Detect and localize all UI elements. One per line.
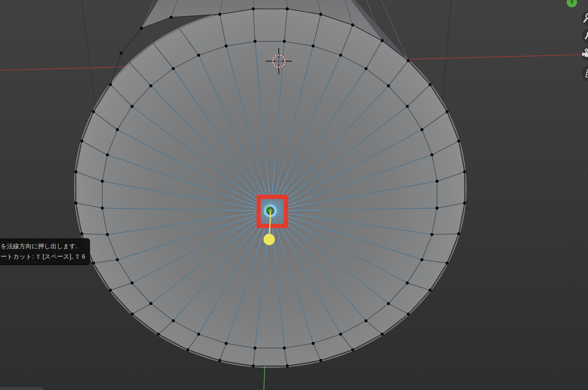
vertex-dot[interactable] — [109, 289, 112, 292]
vertex-dot[interactable] — [116, 258, 119, 261]
vertex-dot[interactable] — [407, 59, 410, 62]
grid-icon — [582, 66, 588, 81]
gizmo-extrude-handle[interactable] — [264, 234, 275, 245]
vertex-dot[interactable] — [101, 207, 104, 210]
vertex-dot[interactable] — [172, 319, 175, 322]
vertex-dot[interactable] — [218, 359, 221, 362]
vertex-dot[interactable] — [351, 348, 354, 351]
vertex-dot[interactable] — [436, 180, 439, 183]
vertex-dot[interactable] — [225, 342, 228, 345]
camera-icon — [582, 46, 588, 61]
vertex-dot[interactable] — [149, 84, 152, 87]
bottom-panel-edge — [0, 388, 44, 390]
vertex-dot[interactable] — [254, 346, 257, 350]
vertex-dot[interactable] — [92, 262, 95, 265]
vertex-dot[interactable] — [457, 140, 460, 143]
vertex-dot[interactable] — [446, 110, 449, 113]
vertex-dot[interactable] — [429, 289, 432, 292]
vertex-dot[interactable] — [140, 27, 143, 30]
vertex-dot[interactable] — [339, 54, 342, 57]
vertex-dot[interactable] — [446, 262, 449, 265]
vertex-dot[interactable] — [120, 52, 123, 55]
vertex-dot[interactable] — [254, 40, 257, 43]
vertex-dot[interactable] — [252, 364, 255, 367]
vertex-dot[interactable] — [106, 153, 109, 156]
blender-viewport-page: { "tooltip": { "line1": "を法線方向に押し出します.",… — [0, 0, 588, 390]
viewport-3d[interactable] — [0, 0, 588, 390]
vertex-dot[interactable] — [252, 7, 255, 10]
nav-axis-y-label: Y — [570, 0, 574, 5]
vertex-dot[interactable] — [283, 40, 286, 43]
vertex-dot[interactable] — [92, 110, 95, 113]
camera-view-button[interactable] — [582, 46, 588, 61]
vertex-dot[interactable] — [106, 233, 109, 236]
vertex-dot[interactable] — [131, 312, 134, 315]
vertex-dot[interactable] — [109, 83, 112, 86]
vertex-dot[interactable] — [286, 7, 289, 10]
vertex-dot[interactable] — [197, 54, 200, 57]
vertex-dot[interactable] — [312, 44, 315, 47]
vertex-dot[interactable] — [381, 333, 384, 336]
vertex-dot[interactable] — [339, 333, 342, 336]
vertex-dot[interactable] — [131, 105, 134, 108]
vertex-dot[interactable] — [365, 319, 368, 322]
tooltip-extrude-normals: を法線方向に押し出します. ートカット: ⇧ [スペース], ⇧ 6 — [0, 238, 90, 265]
tooltip-shortcut: ートカット: ⇧ [スペース], ⇧ 6 — [1, 251, 90, 262]
vertex-dot[interactable] — [319, 359, 322, 362]
vertex-dot[interactable] — [436, 207, 439, 210]
vertex-dot[interactable] — [286, 364, 289, 367]
vertex-dot[interactable] — [420, 128, 423, 131]
vertex-dot[interactable] — [101, 180, 104, 183]
vertex-dot[interactable] — [319, 13, 322, 16]
move-view-button[interactable] — [582, 29, 588, 44]
vertex-dot[interactable] — [457, 232, 460, 235]
vertex-dot[interactable] — [80, 232, 83, 235]
vertex-dot[interactable] — [406, 105, 409, 108]
vertex-dot[interactable] — [283, 346, 286, 350]
zoom-icon — [582, 11, 588, 26]
vertex-dot[interactable] — [74, 170, 77, 173]
tooltip-description: を法線方向に押し出します. — [1, 241, 90, 251]
vertex-dot[interactable] — [381, 39, 384, 42]
vertex-dot[interactable] — [420, 258, 423, 261]
vertex-dot[interactable] — [387, 84, 390, 87]
vertex-dot[interactable] — [157, 333, 160, 336]
vertex-dot[interactable] — [406, 281, 409, 284]
zoom-view-button[interactable] — [582, 11, 588, 26]
vertex-dot[interactable] — [170, 16, 173, 19]
vertex-dot[interactable] — [365, 67, 368, 70]
vertex-dot[interactable] — [149, 302, 152, 305]
vertex-dot[interactable] — [430, 233, 433, 236]
vertex-dot[interactable] — [218, 13, 221, 16]
vertex-dot[interactable] — [80, 140, 83, 143]
vertex-dot[interactable] — [186, 348, 189, 351]
vertex-dot[interactable] — [430, 153, 433, 156]
vertex-dot[interactable] — [74, 201, 77, 204]
vertex-dot[interactable] — [116, 128, 119, 131]
vertex-dot[interactable] — [429, 83, 432, 86]
vertex-dot[interactable] — [312, 342, 315, 345]
vertex-dot[interactable] — [387, 302, 390, 305]
vertex-dot[interactable] — [172, 67, 175, 70]
vertex-dot[interactable] — [197, 333, 200, 336]
vertex-dot[interactable] — [407, 312, 410, 315]
toggle-grid-button[interactable] — [582, 66, 588, 81]
vertex-dot[interactable] — [131, 281, 134, 284]
vertex-dot[interactable] — [463, 201, 466, 204]
hand-icon — [582, 29, 588, 44]
vertex-dot[interactable] — [463, 170, 466, 173]
vertex-dot[interactable] — [351, 23, 354, 26]
vertex-dot[interactable] — [225, 44, 228, 47]
